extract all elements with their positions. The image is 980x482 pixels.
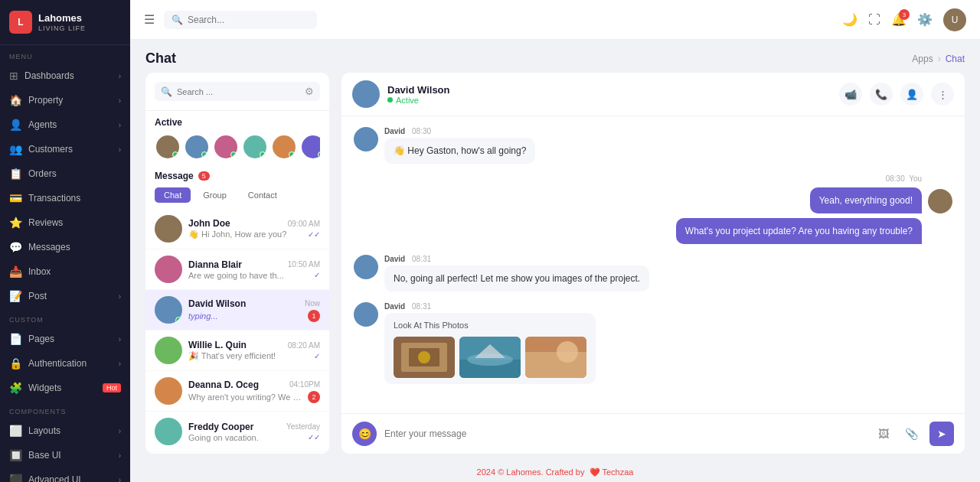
active-avatar-5[interactable] — [271, 134, 297, 160]
emoji-button[interactable]: 😊 — [352, 422, 377, 446]
components-section-label: COMPONENTS — [0, 400, 130, 418]
active-avatar-1[interactable] — [155, 134, 181, 160]
post-label: Post — [28, 291, 47, 301]
chat-time-deanna: 04:10PM — [289, 380, 320, 389]
notification-icon[interactable]: 🔔 3 — [891, 12, 906, 27]
inbox-icon: 📥 — [9, 265, 22, 278]
advanced-ui-icon: ⬛ — [9, 474, 22, 482]
inbox-label: Inbox — [28, 266, 51, 277]
right-msg-row-1: Yeah, everything good! — [810, 187, 952, 213]
msg-avatar-david-1 — [354, 127, 378, 151]
more-options-button[interactable]: ⋮ — [931, 83, 954, 106]
video-call-button[interactable]: 📹 — [839, 83, 862, 106]
active-avatar-4[interactable] — [242, 134, 268, 160]
active-avatar-2[interactable] — [184, 134, 210, 160]
chat-conversations-list: John Doe 09:00 AM 👋 Hi John, How are you… — [145, 209, 329, 454]
chat-item-freddy[interactable]: Freddy Cooper Yesterday Going on vacatio… — [145, 412, 329, 452]
auth-chevron: › — [119, 360, 121, 368]
photo-1[interactable] — [394, 337, 455, 378]
online-dot-6 — [318, 151, 320, 158]
tab-group[interactable]: Group — [194, 187, 236, 203]
sidebar-item-base-ui[interactable]: 🔲 Base UI › — [0, 443, 130, 467]
add-person-button[interactable]: 👤 — [900, 83, 923, 106]
sidebar-item-layouts[interactable]: ⬜ Layouts › — [0, 418, 130, 443]
fullscreen-icon[interactable]: ⛶ — [868, 13, 880, 27]
chat-tabs: Chat Group Contact — [145, 184, 329, 209]
pages-icon: 📄 — [9, 333, 22, 345]
attach-file-button[interactable]: 📎 — [900, 423, 922, 445]
chat-item-dianna[interactable]: Dianna Blair 10:50 AM Are we going to ha… — [145, 249, 329, 290]
message-count-badge: 5 — [198, 171, 210, 181]
chat-time-john: 09:00 AM — [288, 220, 320, 228]
sidebar-item-dashboards[interactable]: ⊞ Dashboards › — [0, 64, 130, 88]
chat-search-input[interactable] — [177, 87, 297, 96]
sidebar-item-customers[interactable]: 👥 Customers › — [0, 137, 130, 161]
logo-icon: L — [9, 11, 32, 34]
chat-window-contact-name: David Wilson — [387, 84, 450, 96]
attach-image-button[interactable]: 🖼 — [873, 423, 894, 445]
custom-section-label: CUSTOM — [0, 308, 130, 327]
chat-settings-icon[interactable]: ⚙ — [305, 86, 314, 97]
chat-layout: 🔍 ⚙ Active — [130, 73, 980, 463]
photo-3[interactable] — [525, 337, 586, 378]
chat-item-info-2: Dianna Blair 10:50 AM Are we going to ha… — [188, 259, 320, 280]
post-icon: 📝 — [9, 290, 22, 302]
sidebar-item-orders[interactable]: 📋 Orders — [0, 161, 130, 186]
breadcrumb-current: Chat — [946, 54, 965, 64]
right-time: 08:30 — [886, 174, 905, 183]
chat-msg-dianna: Are we going to have th... — [188, 271, 311, 280]
photo-2[interactable] — [459, 337, 521, 378]
chat-item-john-doe[interactable]: John Doe 09:00 AM 👋 Hi John, How are you… — [145, 209, 329, 249]
topbar-right: 🌙 ⛶ 🔔 3 ⚙️ U — [842, 8, 966, 31]
sidebar-item-inbox[interactable]: 📥 Inbox — [0, 259, 130, 284]
moon-icon[interactable]: 🌙 — [842, 12, 858, 27]
msg-meta-4: David 08:31 — [384, 255, 649, 263]
phone-call-button[interactable]: 📞 — [870, 83, 893, 106]
user-avatar[interactable]: U — [943, 8, 966, 31]
chat-check-dianna: ✓ — [314, 271, 320, 279]
msg-bubble-look-at: Look At This Photos — [384, 313, 596, 384]
sidebar-item-pages[interactable]: 📄 Pages › — [0, 327, 130, 351]
chat-item-david[interactable]: David Wilson Now typing... 1 — [145, 290, 329, 331]
tab-contact[interactable]: Contact — [239, 187, 286, 203]
svg-point-10 — [557, 341, 578, 363]
sidebar-item-agents[interactable]: 👤 Agents › — [0, 112, 130, 137]
page-content: Chat Apps › Chat 🔍 ⚙ Active — [130, 40, 980, 482]
settings-icon[interactable]: ⚙️ — [917, 12, 933, 27]
sidebar-item-reviews[interactable]: ⭐ Reviews — [0, 210, 130, 235]
avatar-david — [155, 296, 182, 324]
status-dot — [387, 97, 393, 103]
advanced-ui-label: Advanced UI — [28, 474, 81, 482]
sidebar-item-authentication[interactable]: 🔒 Authentication › — [0, 351, 130, 376]
tab-chat[interactable]: Chat — [155, 187, 191, 203]
chat-item-deanna[interactable]: Deanna D. Oceg 04:10PM Why aren't you wr… — [145, 371, 329, 412]
base-ui-label: Base UI — [28, 450, 61, 461]
message-input[interactable] — [384, 428, 865, 439]
sidebar-item-messages[interactable]: 💬 Messages — [0, 235, 130, 259]
main-content: ☰ 🔍 🌙 ⛶ 🔔 3 ⚙️ U Chat Apps › Chat — [130, 0, 980, 482]
online-dot-3 — [230, 151, 237, 158]
post-chevron: › — [119, 292, 121, 301]
chat-input-area: 😊 🖼 📎 ➤ — [341, 413, 965, 454]
auth-icon: 🔒 — [9, 357, 22, 370]
sidebar-item-advanced-ui[interactable]: ⬛ Advanced UI › — [0, 467, 130, 482]
sidebar-item-property[interactable]: 🏠 Property › — [0, 88, 130, 112]
sidebar-item-transactions[interactable]: 💳 Transactions — [0, 186, 130, 210]
sidebar-item-widgets[interactable]: 🧩 Widgets Hot — [0, 376, 130, 400]
msg-sender-5: David — [384, 302, 405, 311]
chat-name-dianna: Dianna Blair — [188, 259, 242, 270]
search-box[interactable]: 🔍 — [164, 11, 317, 29]
chat-window-status: Active — [387, 96, 450, 105]
search-input[interactable] — [188, 15, 309, 25]
sidebar-item-post[interactable]: 📝 Post › — [0, 284, 130, 308]
chat-item-willie[interactable]: Willie L. Quin 08:20 AM 🎉 That's very ef… — [145, 331, 329, 371]
send-button[interactable]: ➤ — [929, 422, 954, 446]
active-avatar-3[interactable] — [213, 134, 239, 160]
hamburger-button[interactable]: ☰ — [144, 12, 155, 27]
chat-search-box[interactable]: 🔍 ⚙ — [155, 82, 320, 101]
message-label: Message — [155, 171, 194, 181]
chat-time-dianna: 10:50 AM — [288, 260, 320, 269]
chat-window-avatar — [352, 80, 380, 108]
avatar-deanna — [155, 377, 182, 405]
active-avatar-6[interactable] — [300, 134, 320, 160]
